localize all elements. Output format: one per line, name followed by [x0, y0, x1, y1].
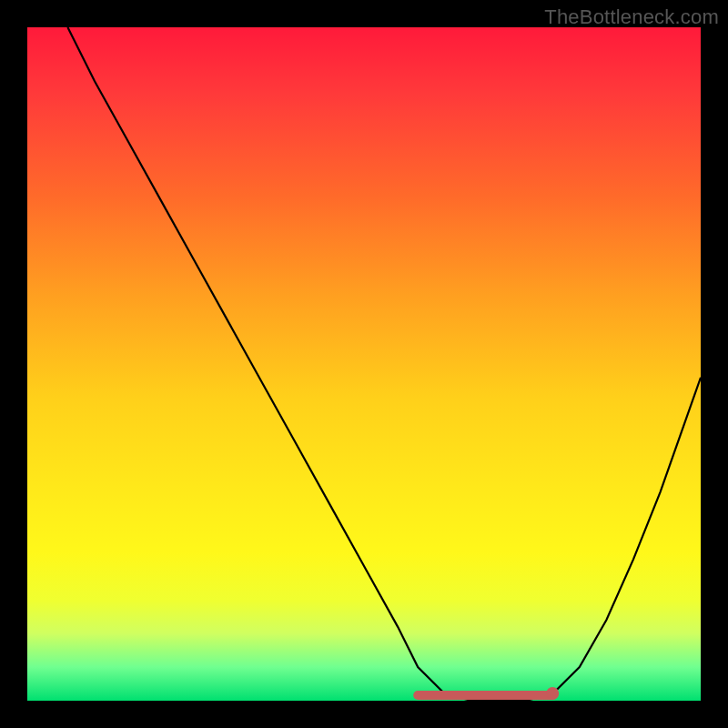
- curve-svg: [27, 27, 701, 701]
- optimal-end-marker: [546, 687, 559, 700]
- bottleneck-curve: [67, 27, 701, 701]
- chart-frame: TheBottleneck.com: [0, 0, 728, 728]
- plot-area: [27, 27, 701, 701]
- watermark-text: TheBottleneck.com: [544, 5, 719, 29]
